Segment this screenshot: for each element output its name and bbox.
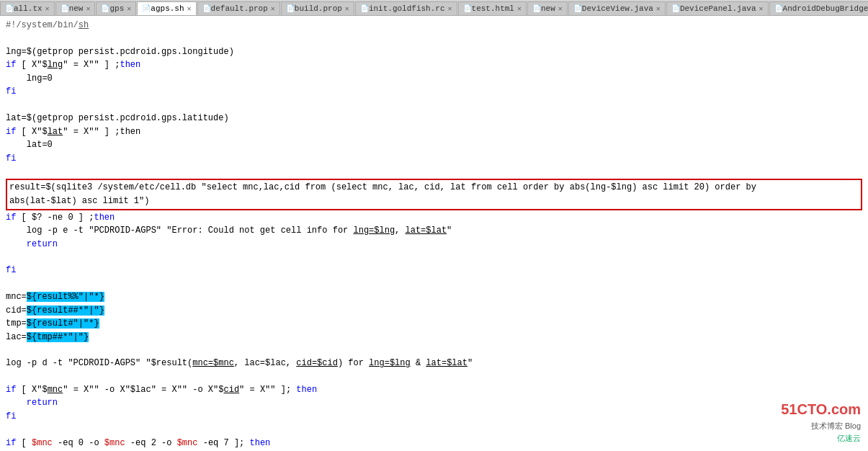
watermark-subtitle: 技术博宏 Blog (781, 420, 861, 432)
tab-close[interactable]: ✕ (127, 4, 131, 13)
tab-file-icon: 📄 (101, 4, 109, 13)
code-line-fi-1: fi (6, 85, 862, 99)
tab-devicepanel[interactable]: 📄 DevicePanel.java ✕ (666, 1, 769, 15)
highlighted-result-block: result=$(sqlite3 /system/etc/cell.db "se… (6, 179, 862, 210)
tab-all-tx[interactable]: 📄 all.tx ✕ (0, 1, 55, 15)
tab-label: default.prop (211, 4, 268, 13)
code-line-return-2: return (6, 396, 862, 410)
tab-close[interactable]: ✕ (86, 4, 90, 13)
watermark-cloud: 亿速云 (781, 432, 861, 445)
tab-label: gps (109, 4, 124, 13)
tab-label: AndroidDebugBridge.java (783, 4, 868, 13)
tab-file-icon: 📄 (360, 4, 369, 13)
tab-new-1[interactable]: 📄 new ✕ (55, 1, 96, 15)
code-line-log-error: log -p e -t "PCDROID-AGPS" "Error: Could… (6, 224, 862, 238)
code-line-mnc: mnc=${result%%"|"*} (6, 290, 862, 304)
code-line-lat-zero: lat=0 (6, 138, 862, 152)
tab-file-icon: 📄 (573, 4, 582, 13)
tab-file-icon: 📄 (532, 4, 541, 13)
code-line-if-empty-check: if [ X"$mnc" = X"" -o X"$lac" = X"" -o X… (6, 383, 862, 397)
tab-file-icon: 📄 (463, 4, 472, 13)
code-line-shebang: #!/system/bin/sh (6, 19, 862, 32)
tab-close[interactable]: ✕ (759, 4, 764, 13)
code-editor[interactable]: #!/system/bin/sh lng=$(getprop persist.p… (0, 16, 868, 451)
code-line-lat-assign: lat=$(getprop persist.pcdroid.gps.latitu… (6, 112, 862, 125)
tab-close[interactable]: ✕ (517, 4, 522, 13)
code-line-result-1: result=$(sqlite3 /system/etc/cell.db "se… (9, 181, 859, 195)
tab-label: all.tx (14, 4, 42, 13)
tab-file-icon: 📄 (774, 4, 783, 13)
watermark-site: 51CTO.com (781, 398, 861, 420)
tab-file-icon: 📄 (202, 4, 211, 13)
tab-build-prop[interactable]: 📄 build.prop ✕ (281, 1, 354, 15)
tab-close[interactable]: ✕ (558, 4, 563, 13)
tab-agps-sh[interactable]: 📄 agps.sh ✕ (137, 1, 196, 15)
tab-label: test.html (472, 4, 514, 13)
tab-file-icon: 📄 (671, 4, 680, 13)
code-line-fi-4: fi (6, 410, 862, 424)
tab-file-icon: 📄 (61, 4, 69, 13)
code-line-result-2: abs(lat-$lat) asc limit 1") (9, 195, 859, 208)
tab-test-html[interactable]: 📄 test.html ✕ (458, 1, 527, 15)
tab-close[interactable]: ✕ (345, 4, 349, 13)
tab-deviceview[interactable]: 📄 DeviceView.java ✕ (568, 1, 666, 15)
tab-close[interactable]: ✕ (656, 4, 661, 13)
tab-label: DeviceView.java (582, 4, 653, 13)
code-line-fi-3: fi (6, 264, 862, 277)
code-line-if-mnc-0-2-7: if [ $mnc -eq 0 -o $mnc -eq 2 -o $mnc -e… (6, 437, 862, 450)
tab-androiddebugbridge[interactable]: 📄 AndroidDebugBridge.java ✕ (769, 1, 868, 15)
tab-new-2[interactable]: 📄 new ✕ (527, 1, 568, 15)
code-line-return-1: return (6, 238, 862, 251)
tab-file-icon: 📄 (5, 4, 14, 13)
tab-bar: 📄 all.tx ✕ 📄 new ✕ 📄 gps ✕ 📄 agps.sh ✕ 📄… (0, 0, 868, 16)
tab-label: DevicePanel.java (680, 4, 756, 13)
tab-label: agps.sh (151, 4, 184, 13)
code-line-lng-assign: lng=$(getprop persist.pcdroid.gps.longit… (6, 45, 862, 59)
tab-label: build.prop (295, 4, 342, 13)
tab-close[interactable]: ✕ (271, 4, 275, 13)
tab-close[interactable]: ✕ (187, 4, 192, 13)
tab-file-icon: 📄 (142, 4, 151, 13)
tab-close[interactable]: ✕ (45, 4, 50, 13)
tab-label: new (69, 4, 84, 13)
tab-label: init.goldfish.rc (369, 4, 445, 13)
watermark: 51CTO.com 技术博宏 Blog 亿速云 (781, 398, 861, 444)
tab-default-prop[interactable]: 📄 default.prop ✕ (197, 1, 280, 15)
code-line-fi-2: fi (6, 152, 862, 166)
tab-close[interactable]: ✕ (448, 4, 452, 13)
code-line-tmp: tmp=${result#"|"*} (6, 317, 862, 331)
code-line-if-lat: if [ X"$lat" = X"" ] ;then (6, 125, 862, 139)
code-line-lng-zero: lng=0 (6, 72, 862, 86)
tab-init-goldfish[interactable]: 📄 init.goldfish.rc ✕ (355, 1, 457, 15)
code-line-cid: cid=${result##*"|"} (6, 304, 862, 318)
tab-label: new (541, 4, 555, 13)
code-line-lac: lac=${tmp##*"|"} (6, 331, 862, 344)
code-line-log-debug: log -p d -t "PCDROID-AGPS" "$result(mnc=… (6, 357, 862, 370)
tab-file-icon: 📄 (286, 4, 295, 13)
code-line-if-result: if [ $? -ne 0 ] ;then (6, 211, 862, 225)
tab-gps[interactable]: 📄 gps ✕ (96, 1, 136, 15)
code-line-if-lng: if [ X"$lng" = X"" ] ;then (6, 58, 862, 72)
